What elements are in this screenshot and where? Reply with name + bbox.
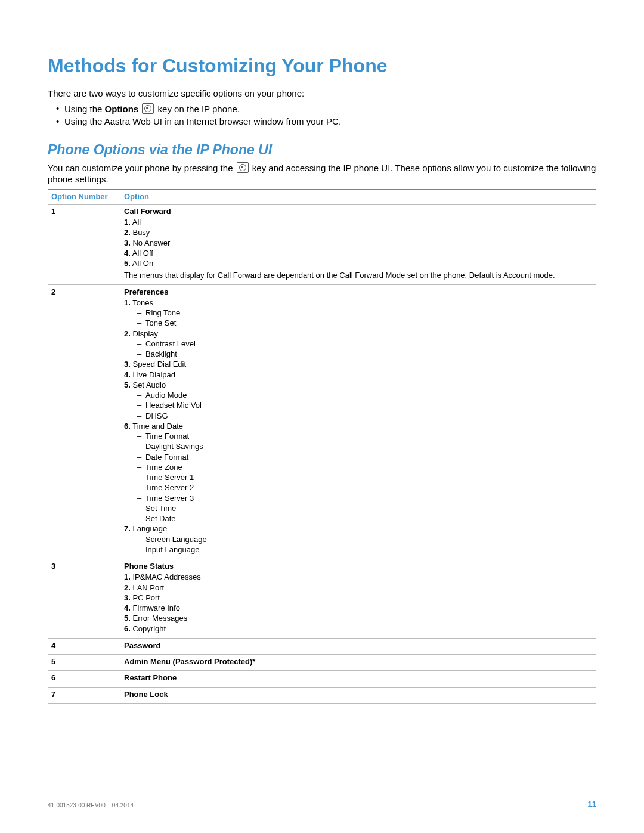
bullet-web-ui: Using the Aastra Web UI in an Internet b… bbox=[56, 116, 596, 128]
option-note: The menus that display for Call Forward … bbox=[124, 271, 593, 280]
list-item: Time Format bbox=[137, 432, 593, 441]
list-item-label: PC Port bbox=[132, 593, 160, 602]
list-item: Headset Mic Vol bbox=[137, 401, 593, 410]
table-row: 1 Call Forward 1. All 2. Busy 3. No Answ… bbox=[48, 204, 596, 284]
intro-text: There are two ways to customize specific… bbox=[48, 88, 596, 100]
list-item: 3. Speed Dial Edit bbox=[124, 360, 593, 369]
list-item: 4. All Off bbox=[124, 249, 593, 258]
option-cell: Phone Lock bbox=[120, 687, 596, 703]
list-item: Time Server 3 bbox=[137, 494, 593, 503]
list-item: 7. Language Screen Language Input Langua… bbox=[124, 524, 593, 555]
footer-doc-id: 41-001523-00 REV00 – 04.2014 bbox=[48, 802, 134, 810]
nested-list: Screen Language Input Language bbox=[124, 535, 593, 555]
option-title: Restart Phone bbox=[124, 673, 177, 682]
list-item: 3. No Answer bbox=[124, 239, 593, 248]
list-item-label: Tones bbox=[132, 298, 153, 307]
section-intro-pre: You can customize your phone by pressing… bbox=[48, 163, 236, 173]
option-title: Phone Status bbox=[124, 562, 593, 571]
column-header-number: Option Number bbox=[48, 189, 120, 204]
page-footer: 41-001523-00 REV00 – 04.2014 11 bbox=[48, 800, 596, 809]
list-item-label: Live Dialpad bbox=[132, 370, 175, 379]
page-number: 11 bbox=[588, 800, 596, 809]
list-item: Set Date bbox=[137, 514, 593, 524]
list-item: 3. PC Port bbox=[124, 593, 593, 603]
bullet-text: key on the IP phone. bbox=[158, 104, 240, 114]
option-title: Password bbox=[124, 641, 160, 650]
list-item-label: All bbox=[132, 218, 141, 227]
table-row: 7 Phone Lock bbox=[48, 687, 596, 703]
option-cell: Password bbox=[120, 638, 596, 654]
list-item: 5. All On bbox=[124, 259, 593, 268]
intro-bullets: Using the Options key on the IP phone. U… bbox=[48, 103, 596, 128]
option-cell: Call Forward 1. All 2. Busy 3. No Answer… bbox=[120, 204, 596, 284]
bullet-options-key: Using the Options key on the IP phone. bbox=[56, 103, 596, 115]
list-item: 6. Time and Date Time Format Daylight Sa… bbox=[124, 422, 593, 524]
list-item: 5. Set Audio Audio Mode Headset Mic Vol … bbox=[124, 380, 593, 421]
list-item-label: IP&MAC Addresses bbox=[132, 572, 200, 581]
list-item-label: Firmware Info bbox=[132, 603, 179, 612]
list-item-label: Busy bbox=[132, 228, 150, 237]
option-title: Call Forward bbox=[124, 207, 593, 216]
option-number: 2 bbox=[48, 284, 120, 559]
table-row: 2 Preferences 1. Tones Ring Tone Tone Se… bbox=[48, 284, 596, 559]
list-item: 2. Busy bbox=[124, 228, 593, 237]
list-item-label: Time and Date bbox=[132, 422, 183, 431]
list-item: 2. Display Contrast Level Backlight bbox=[124, 329, 593, 360]
list-item: Input Language bbox=[137, 545, 593, 555]
table-row: 3 Phone Status 1. IP&MAC Addresses 2. LA… bbox=[48, 559, 596, 639]
option-number: 5 bbox=[48, 655, 120, 671]
section-intro: You can customize your phone by pressing… bbox=[48, 162, 596, 185]
list-item: 1. Tones Ring Tone Tone Set bbox=[124, 298, 593, 329]
list-item: Screen Language bbox=[137, 535, 593, 544]
list-item: 1. IP&MAC Addresses bbox=[124, 572, 593, 582]
option-number: 6 bbox=[48, 671, 120, 687]
list-item-label: All Off bbox=[132, 249, 153, 258]
list-item: Date Format bbox=[137, 453, 593, 462]
bullet-text-bold: Options bbox=[105, 104, 139, 114]
list-item: Tone Set bbox=[137, 318, 593, 328]
nested-list: Contrast Level Backlight bbox=[124, 339, 593, 360]
option-title: Preferences bbox=[124, 287, 593, 297]
options-table: Option Number Option 1 Call Forward 1. A… bbox=[48, 189, 596, 704]
option-cell: Admin Menu (Password Protected)* bbox=[120, 655, 596, 671]
list-item-label: LAN Port bbox=[132, 583, 164, 592]
option-title: Phone Lock bbox=[124, 690, 168, 699]
document-page: Methods for Customizing Your Phone There… bbox=[0, 0, 644, 833]
list-item: 2. LAN Port bbox=[124, 583, 593, 593]
list-item-label: Copyright bbox=[132, 624, 166, 633]
option-title: Admin Menu (Password Protected)* bbox=[124, 657, 255, 666]
option-sublist: 1. All 2. Busy 3. No Answer 4. All Off 5… bbox=[124, 218, 593, 268]
option-cell: Restart Phone bbox=[120, 671, 596, 687]
list-item-label: Error Messages bbox=[132, 614, 187, 623]
option-number: 7 bbox=[48, 687, 120, 703]
bullet-text: Using the bbox=[64, 104, 105, 114]
list-item: Daylight Savings bbox=[137, 442, 593, 451]
column-header-option: Option bbox=[120, 189, 596, 204]
list-item: Time Zone bbox=[137, 463, 593, 472]
nested-list: Audio Mode Headset Mic Vol DHSG bbox=[124, 391, 593, 421]
list-item: 6. Copyright bbox=[124, 624, 593, 634]
option-sublist: 1. Tones Ring Tone Tone Set 2. Display C… bbox=[124, 298, 593, 555]
table-row: 4 Password bbox=[48, 638, 596, 654]
list-item-label: All On bbox=[132, 259, 153, 268]
option-cell: Preferences 1. Tones Ring Tone Tone Set … bbox=[120, 284, 596, 559]
list-item-label: Speed Dial Edit bbox=[132, 360, 186, 368]
list-item-label: Display bbox=[132, 329, 158, 338]
list-item-label: No Answer bbox=[132, 239, 170, 247]
list-item: Set Time bbox=[137, 504, 593, 513]
list-item-label: Language bbox=[132, 524, 167, 533]
list-item: Ring Tone bbox=[137, 308, 593, 318]
list-item: Audio Mode bbox=[137, 391, 593, 400]
gear-icon bbox=[237, 162, 249, 173]
nested-list: Time Format Daylight Savings Date Format… bbox=[124, 432, 593, 524]
list-item: Backlight bbox=[137, 349, 593, 359]
list-item: Time Server 1 bbox=[137, 473, 593, 482]
list-item-label: Set Audio bbox=[132, 380, 166, 389]
page-title: Methods for Customizing Your Phone bbox=[48, 54, 596, 78]
list-item: 5. Error Messages bbox=[124, 614, 593, 623]
option-number: 1 bbox=[48, 204, 120, 284]
section-heading: Phone Options via the IP Phone UI bbox=[48, 141, 596, 159]
list-item: Contrast Level bbox=[137, 339, 593, 349]
option-number: 3 bbox=[48, 559, 120, 639]
option-number: 4 bbox=[48, 638, 120, 654]
